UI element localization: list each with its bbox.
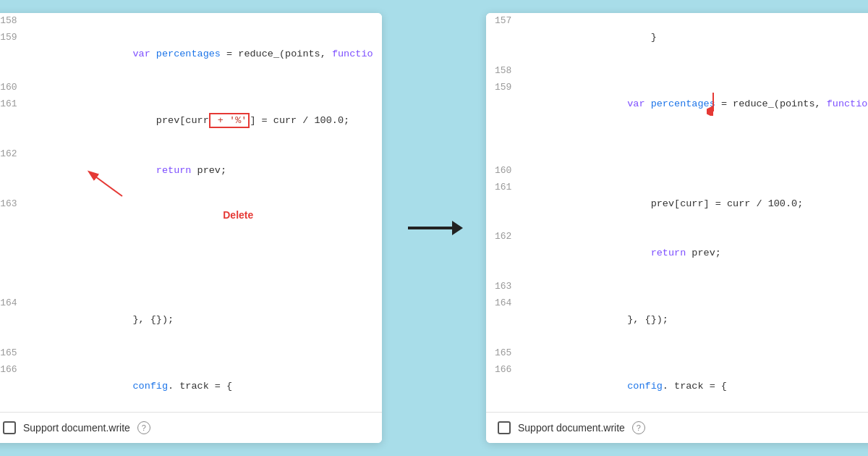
line-code xyxy=(25,13,382,30)
line-number: 165 xyxy=(0,345,25,362)
footer-label: Support document.write xyxy=(23,422,130,434)
table-row: 160 xyxy=(486,163,868,180)
keyword-var: var xyxy=(627,98,644,109)
table-row: 158 xyxy=(486,63,868,80)
table-row: 159 var percentages = reduce_(points, fu… xyxy=(0,30,382,80)
line-code: }, {}); xyxy=(25,295,382,345)
var-name: percentages xyxy=(651,98,715,109)
delete-arrow-svg xyxy=(82,169,126,198)
right-panel: 157 } 158 159 var xyxy=(486,13,868,443)
right-code-area: 157 } 158 159 var xyxy=(486,13,868,412)
line-number: 165 xyxy=(486,345,519,362)
line-number: 159 xyxy=(486,80,519,163)
table-row: 161 prev[curr + '%'] = curr / 100.0; xyxy=(0,96,382,146)
table-row: 163 xyxy=(0,196,382,296)
arrow-svg xyxy=(405,214,463,242)
var-name: percentages xyxy=(156,48,221,59)
line-code: config. track = { xyxy=(25,362,382,412)
line-code: return prev; xyxy=(25,146,382,196)
footer-label-right: Support document.write xyxy=(518,422,625,434)
table-row: 163 xyxy=(486,279,868,295)
line-number: 158 xyxy=(0,13,25,30)
table-row: 162 return prev; xyxy=(0,146,382,196)
left-code-area: 158 159 var percentages = reduce_(points… xyxy=(0,13,382,412)
table-row: 164 }, {}); xyxy=(0,295,382,345)
table-row: 161 prev[curr] = curr / 100.0; xyxy=(486,180,868,229)
table-row: 166 config. track = { xyxy=(486,362,868,412)
table-row: 160 xyxy=(0,80,382,96)
line-code xyxy=(519,63,868,80)
table-row: 162 return prev; xyxy=(486,229,868,279)
config-text: config xyxy=(132,381,168,392)
line-code xyxy=(519,163,868,180)
line-code: return prev; xyxy=(519,229,868,279)
line-code xyxy=(25,80,382,96)
table-row: 158 xyxy=(0,13,382,30)
line-code: }, {}); xyxy=(519,295,868,345)
left-panel: 158 159 var percentages = reduce_(points… xyxy=(0,13,382,443)
table-row: 165 xyxy=(0,345,382,362)
help-icon-right[interactable]: ? xyxy=(632,421,645,434)
right-code-table: 157 } 158 159 var xyxy=(486,13,868,412)
line-number: 163 xyxy=(0,196,25,296)
transition-arrow xyxy=(405,214,463,242)
line-code: var percentages = reduce_(points, functi… xyxy=(25,30,382,80)
delete-label: Delete xyxy=(129,190,254,242)
line-number: 157 xyxy=(486,13,519,63)
table-row: 166 config. track = { xyxy=(0,362,382,412)
left-footer: Support document.write ? xyxy=(0,412,382,443)
line-number: 166 xyxy=(0,362,25,412)
line-number: 158 xyxy=(486,63,519,80)
table-row: 159 var percentages = reduce_(points, fu… xyxy=(486,80,868,163)
help-icon[interactable]: ? xyxy=(137,421,150,434)
svg-marker-2 xyxy=(452,221,463,235)
left-code-table: 158 159 var percentages = reduce_(points… xyxy=(0,13,382,412)
line-number: 164 xyxy=(486,295,519,345)
line-number: 161 xyxy=(0,96,25,146)
table-row: 165 xyxy=(486,345,868,362)
main-container: 158 159 var percentages = reduce_(points… xyxy=(0,13,868,443)
line-number: 162 xyxy=(0,146,25,196)
line-code: config. track = { xyxy=(519,362,868,412)
string-literal: + '%' xyxy=(212,115,247,126)
keyword-function: functio xyxy=(332,48,373,59)
keyword-function: function xyxy=(827,98,868,109)
support-docwrite-checkbox[interactable] xyxy=(3,421,16,434)
line-number: 161 xyxy=(486,180,519,229)
config-text: config xyxy=(627,381,663,392)
line-code-annotated: Delete xyxy=(25,196,382,296)
right-footer: Support document.write ? xyxy=(486,412,868,443)
table-row: 164 }, {}); xyxy=(486,295,868,345)
table-row: 157 } xyxy=(486,13,868,63)
line-number: 162 xyxy=(486,229,519,279)
line-code: } xyxy=(519,13,868,63)
line-code-highlight: prev[curr + '%'] = curr / 100.0; xyxy=(25,96,382,146)
keyword-return: return xyxy=(651,248,686,258)
right-arrow-annotation xyxy=(707,93,720,116)
line-code xyxy=(519,345,868,362)
line-number: 164 xyxy=(0,295,25,345)
line-number: 160 xyxy=(486,163,519,180)
line-number: 166 xyxy=(486,362,519,412)
line-number: 160 xyxy=(0,80,25,96)
line-number: 163 xyxy=(486,279,519,295)
keyword-return: return xyxy=(156,165,192,176)
line-number: 159 xyxy=(0,30,25,80)
line-code: prev[curr] = curr / 100.0; xyxy=(519,180,868,229)
line-code xyxy=(519,279,868,295)
support-docwrite-checkbox-right[interactable] xyxy=(498,421,511,434)
highlighted-code: + '%' xyxy=(209,113,250,129)
line-code xyxy=(25,345,382,362)
line-code: var percentages = reduce_(points, functi… xyxy=(519,80,868,163)
keyword-var: var xyxy=(132,48,150,59)
